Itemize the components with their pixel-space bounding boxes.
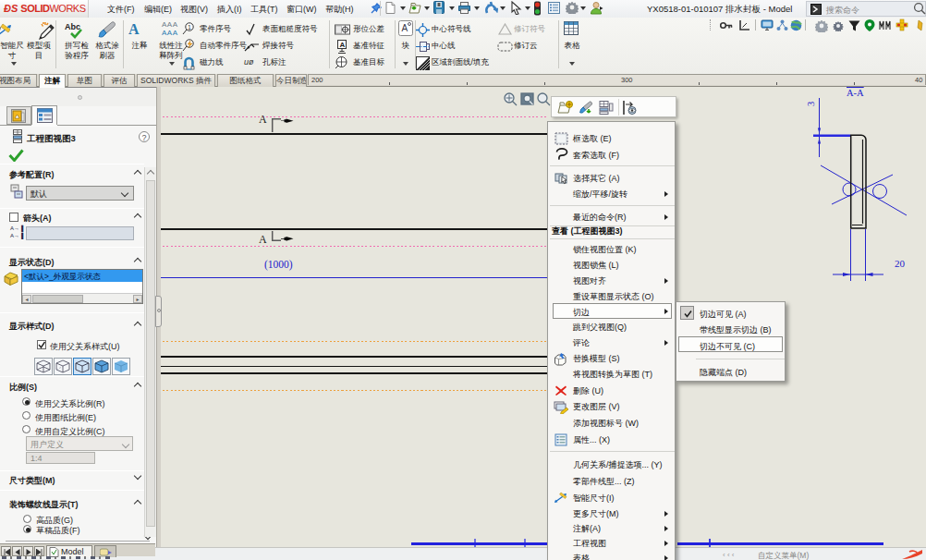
svg-text:A: A (402, 23, 408, 33)
svg-text:3: 3 (806, 102, 816, 106)
svg-text:20: 20 (895, 258, 906, 269)
svg-text:A-A: A-A (847, 88, 864, 98)
svg-text:A: A (340, 41, 346, 49)
svg-text:1: 1 (188, 24, 191, 30)
